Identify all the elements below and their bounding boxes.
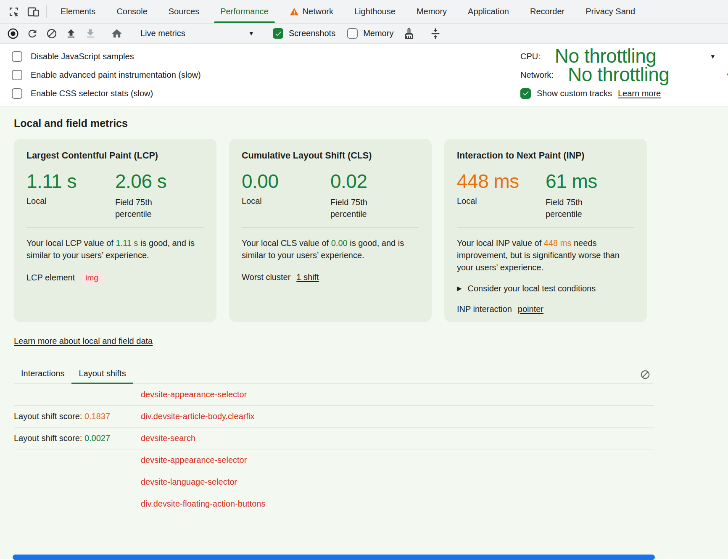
field-data-learn-more-link[interactable]: Learn more about local and field data [14,336,153,346]
network-throttling-select[interactable]: Network: No throttling ▾ [520,66,728,84]
checkbox-unchecked [12,51,22,62]
clear-button[interactable] [42,25,61,42]
live-metrics-panel: Local and field metrics Largest Contentf… [0,106,728,559]
tab-application[interactable]: Application [457,0,520,23]
chevron-down-icon: ▾ [249,29,253,38]
lcp-field-value: 2.06 s [115,171,204,192]
tab-privacy-sandbox[interactable]: Privacy Sand [575,0,646,23]
section-heading: Local and field metrics [14,117,654,129]
card-title: Cumulative Layout Shift (CLS) [242,151,419,161]
divider [26,227,204,228]
shift-score: 0.0027 [84,433,110,443]
disclosure-triangle-icon: ▶ [457,285,462,292]
table-row: devsite-appearance-selector [14,449,654,471]
inp-interaction-link[interactable]: pointer [518,304,543,314]
cls-card: Cumulative Layout Shift (CLS) 0.00 Local… [229,139,432,322]
metric-cards: Largest Contentful Paint (LCP) 1.11 s Lo… [14,139,654,322]
element-link[interactable]: devsite-language-selector [141,477,237,487]
inp-field-value: 61 ms [546,171,634,192]
worst-cluster-label: Worst cluster [242,272,290,282]
tab-console[interactable]: Console [106,0,158,23]
screenshots-checkbox[interactable]: Screenshots [267,28,341,39]
clear-log-icon[interactable] [637,366,654,383]
tab-interactions[interactable]: Interactions [14,369,71,383]
cls-local-value: 0.00 [242,171,330,192]
checkbox-checked [273,28,283,39]
checkmark-icon [274,30,282,37]
lcp-element-chip[interactable]: img [81,272,103,283]
save-profile-icon[interactable] [81,25,100,42]
inp-interaction-label: INP interaction [457,304,512,314]
record-button[interactable] [3,25,23,42]
memory-checkbox[interactable]: Memory [341,28,399,39]
inp-local-value: 448 ms [457,171,546,192]
layout-shifts-table: devsite-appearance-selector Layout shift… [14,384,654,511]
tab-sources[interactable]: Sources [158,0,210,23]
log-tabs: Interactions Layout shifts [14,365,654,384]
element-link[interactable]: devsite-appearance-selector [141,390,247,399]
timeline-mode-select[interactable]: Live metrics ▾ [134,29,260,38]
warning-icon [290,7,299,16]
local-test-conditions-disclosure[interactable]: ▶ Consider your local test conditions [457,284,634,293]
lcp-local-value: 1.11 s [26,171,115,192]
scrollbar-thumb[interactable] [13,555,655,560]
table-row: devsite-appearance-selector [14,384,654,406]
lcp-card: Largest Contentful Paint (LCP) 1.11 s Lo… [14,139,216,322]
checkbox-unchecked [12,70,22,80]
load-profile-icon[interactable] [61,25,81,42]
learn-more-link[interactable]: Learn more [618,89,661,98]
shift-score: 0.1837 [84,412,110,421]
reload-record-button[interactable] [23,25,42,42]
checkmark-icon [522,90,530,97]
divider [46,5,47,18]
element-link[interactable]: devsite-appearance-selector [141,455,247,465]
tab-recorder[interactable]: Recorder [520,0,575,23]
checkbox-unchecked [347,28,358,39]
cls-description: Your local CLS value of 0.00 is good, an… [242,237,419,262]
collect-garbage-icon[interactable] [399,25,419,42]
cpu-throttling-select[interactable]: CPU: No throttling ▾ [520,47,715,66]
element-link[interactable]: div.devsite-floating-action-buttons [141,499,265,509]
tab-layout-shifts[interactable]: Layout shifts [71,369,133,383]
throttling-settings: CPU: No throttling ▾ Network: No throttl… [520,47,728,103]
divider [457,227,634,228]
capture-settings: Disable JavaScript samples Enable advanc… [0,44,728,106]
checkbox-unchecked [12,88,22,99]
tab-lighthouse[interactable]: Lighthouse [344,0,406,23]
card-title: Interaction to Next Paint (INP) [457,151,634,161]
tab-performance[interactable]: Performance [210,0,279,23]
inspect-icon[interactable] [4,0,24,23]
devtools-tabbar: Elements Console Sources Performance Net… [0,0,728,24]
lcp-description: Your local LCP value of 1.11 s is good, … [26,237,204,262]
custom-tracks-checkbox[interactable] [520,88,531,99]
inp-description: Your local INP value of 448 ms needs imp… [457,237,634,274]
chevron-down-icon: ▾ [711,52,715,61]
table-row: Layout shift score: 0.1837 div.devsite-a… [14,406,654,428]
show-custom-tracks-row: Show custom tracks Learn more [520,84,728,103]
collapse-sections-icon[interactable] [426,25,445,42]
element-link[interactable]: devsite-search [141,433,195,443]
table-row: Layout shift score: 0.0027 devsite-searc… [14,428,654,449]
table-row: div.devsite-floating-action-buttons [14,493,654,511]
tab-elements[interactable]: Elements [50,0,106,23]
lcp-element-label: LCP element [26,273,75,283]
element-link[interactable]: div.devsite-article-body.clearfix [141,412,254,421]
table-row: devsite-language-selector [14,471,654,493]
tab-memory[interactable]: Memory [406,0,457,23]
performance-toolbar: Live metrics ▾ Screenshots Memory [0,24,728,44]
divider [242,227,419,228]
worst-cluster-link[interactable]: 1 shift [296,272,319,282]
tab-network[interactable]: Network [279,0,344,23]
home-icon[interactable] [107,25,127,42]
cls-field-value: 0.02 [330,171,419,192]
card-title: Largest Contentful Paint (LCP) [26,151,204,161]
device-toolbar-icon[interactable] [24,0,43,23]
live-metrics-log: Interactions Layout shifts devsite-appea… [14,365,654,511]
inp-card: Interaction to Next Paint (INP) 448 ms L… [444,139,647,322]
